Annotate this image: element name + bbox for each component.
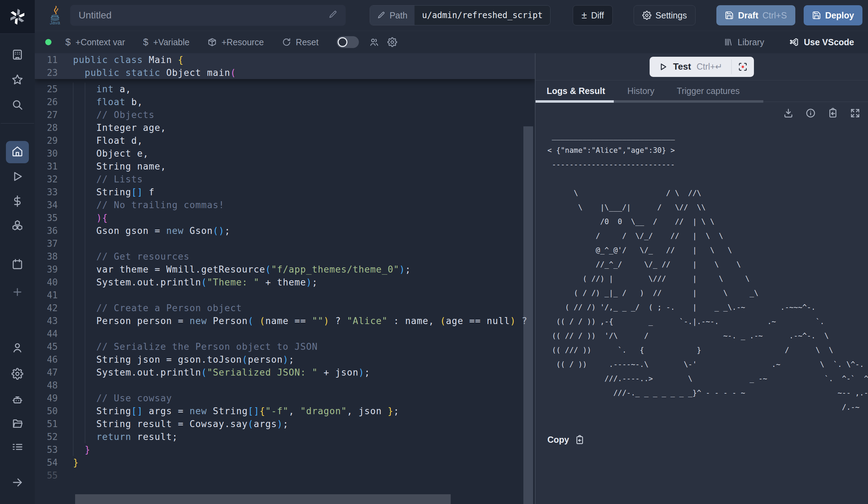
plus-icon: [11, 286, 23, 299]
expand-result-button[interactable]: [849, 107, 861, 119]
code-line[interactable]: 49 // Use cowsay: [35, 392, 535, 404]
code-line[interactable]: 25 int a,: [35, 82, 535, 95]
script-title: Untitled: [79, 10, 112, 21]
tab-trigger-captures[interactable]: Trigger captures: [666, 80, 751, 102]
code-line[interactable]: 32 // Lists: [35, 173, 535, 186]
editor-settings-button[interactable]: [385, 34, 400, 50]
code-line[interactable]: 46 String json = gson.toJson(person);: [35, 353, 535, 366]
code-line[interactable]: 11public class Main {: [35, 53, 535, 66]
result-tabs: Logs & Result History Trigger captures: [536, 80, 868, 102]
code-line[interactable]: 47 System.out.println("Serialized JSON: …: [35, 366, 535, 379]
download-result-button[interactable]: [782, 107, 794, 119]
line-number: 42: [35, 303, 58, 313]
draft-label: Draft: [738, 10, 758, 21]
deploy-button[interactable]: Deploy: [804, 5, 862, 25]
line-number: 51: [35, 419, 58, 429]
add-variable-button[interactable]: $ +Variable: [143, 37, 190, 48]
script-title-field[interactable]: Untitled: [70, 5, 346, 26]
sidebar-item-workers[interactable]: [9, 392, 26, 409]
code-line[interactable]: 54}: [35, 456, 535, 469]
code-line[interactable]: 40 System.out.println("Theme: " + theme)…: [35, 276, 535, 289]
code-line[interactable]: 28 Integer age,: [35, 121, 535, 134]
gear-icon: [642, 11, 651, 20]
edit-title-pencil-icon[interactable]: [328, 10, 337, 21]
code-line[interactable]: 30 Object e,: [35, 147, 535, 160]
sidebar-item-audit-logs[interactable]: [9, 439, 26, 456]
java-language-icon: Java: [47, 6, 63, 25]
scrollbar-thumb[interactable]: [75, 494, 451, 504]
code-line[interactable]: 36 Gson gson = new Gson();: [35, 224, 535, 237]
list-icon: [11, 441, 23, 454]
line-number: 35: [35, 213, 58, 223]
editor-vertical-scrollbar[interactable]: [523, 53, 533, 504]
code-line[interactable]: 37: [35, 237, 535, 250]
sidebar-item-schedules[interactable]: [9, 257, 26, 273]
sidebar-item-settings[interactable]: [9, 366, 26, 383]
tab-history[interactable]: History: [616, 80, 666, 102]
code-editor[interactable]: 25 int a,26 float b,27 // Objects28 Inte…: [35, 53, 535, 504]
code-line[interactable]: 42 // Create a Person object: [35, 301, 535, 314]
library-icon: [724, 38, 733, 47]
windmill-logo[interactable]: [0, 0, 35, 34]
code-line[interactable]: 23 public static Object main(: [35, 66, 535, 79]
code-line[interactable]: 45 // Serialize the Person object to JSO…: [35, 340, 535, 353]
sidebar-item-users[interactable]: [9, 340, 26, 357]
sidebar-item-create[interactable]: [9, 284, 26, 301]
diff-button[interactable]: ± Diff: [573, 5, 612, 25]
capture-test-button[interactable]: [732, 57, 754, 77]
code-line[interactable]: 31 String name,: [35, 160, 535, 173]
code-line[interactable]: 26 float b,: [35, 95, 535, 108]
tab-logs-result[interactable]: Logs & Result: [536, 80, 616, 102]
sidebar-item-favorites[interactable]: [9, 72, 26, 89]
code-line[interactable]: 43 Person person = new Person( (name == …: [35, 314, 535, 327]
users-icon: [369, 37, 379, 47]
test-button[interactable]: Test Ctrl+↵: [650, 57, 732, 77]
sidebar-item-resources[interactable]: [9, 218, 26, 234]
sidebar-item-search[interactable]: [9, 97, 26, 114]
path-field[interactable]: Path u/admin/refreshed_script: [370, 5, 550, 25]
code-line[interactable]: 35 ){: [35, 211, 535, 224]
settings-button[interactable]: Settings: [634, 5, 696, 25]
copy-result-button[interactable]: [827, 107, 839, 119]
code-line[interactable]: 41: [35, 289, 535, 301]
path-value[interactable]: u/admin/refreshed_script: [415, 6, 550, 25]
add-context-var-button[interactable]: $ +Context var: [65, 37, 125, 48]
code-line[interactable]: 29 Float d,: [35, 134, 535, 147]
use-vscode-button[interactable]: Use VScode: [789, 37, 854, 47]
result-actions: [536, 102, 868, 124]
draft-button[interactable]: Draft Ctrl+S: [716, 5, 795, 25]
sidebar-item-workspace[interactable]: [9, 47, 26, 64]
add-resource-button[interactable]: +Resource: [208, 37, 264, 47]
code-line[interactable]: 34 // No trailing commas!: [35, 198, 535, 211]
library-button[interactable]: Library: [724, 37, 764, 47]
code-lines: 25 int a,26 float b,27 // Objects28 Inte…: [35, 82, 535, 482]
multiplayer-button[interactable]: [367, 34, 382, 50]
sticky-scroll-lines: 11public class Main {23 public static Ob…: [35, 53, 535, 79]
sidebar-item-expand[interactable]: [9, 475, 26, 491]
sidebar-item-runs[interactable]: [9, 169, 26, 186]
star-icon: [11, 74, 23, 87]
code-line[interactable]: 33 String[] f: [35, 186, 535, 198]
code-line[interactable]: 53 }: [35, 443, 535, 456]
scrollbar-thumb[interactable]: [523, 126, 533, 504]
code-line[interactable]: 50 String[] args = new String[]{"-f", "d…: [35, 404, 535, 417]
code-line[interactable]: 55: [35, 469, 535, 482]
line-number: 48: [35, 380, 58, 391]
code-line[interactable]: 39 var theme = Wmill.getResource("f/app_…: [35, 263, 535, 276]
result-info-button[interactable]: [805, 107, 817, 119]
code-line[interactable]: 44: [35, 327, 535, 340]
code-line[interactable]: 51 String result = Cowsay.say(args);: [35, 417, 535, 430]
user-icon: [11, 342, 23, 355]
copy-row[interactable]: Copy: [547, 435, 868, 445]
code-line[interactable]: 48: [35, 379, 535, 392]
topbar: Java Untitled Path u/admin/refreshed_scr…: [35, 0, 868, 31]
code-line[interactable]: 52 return result;: [35, 430, 535, 443]
assistant-toggle[interactable]: [337, 36, 359, 48]
code-line[interactable]: 38 // Get resources: [35, 250, 535, 263]
code-line[interactable]: 27 // Objects: [35, 108, 535, 121]
sidebar-item-variables[interactable]: [9, 194, 26, 210]
sidebar-item-home[interactable]: [6, 141, 29, 163]
reset-button[interactable]: Reset: [282, 37, 319, 47]
editor-horizontal-scrollbar[interactable]: [35, 494, 535, 504]
sidebar-item-folders[interactable]: [9, 416, 26, 433]
